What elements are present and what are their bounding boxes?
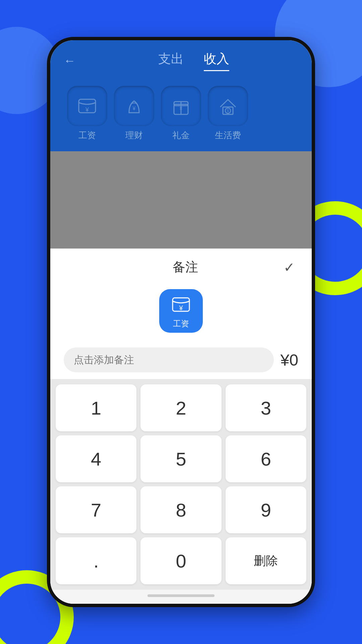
confirm-button[interactable]: ✓: [284, 260, 295, 275]
numpad: 1 2 3 4 5 6 7 8 9 . 0 删除: [50, 379, 312, 590]
bottom-panel: 备注 ✓ ¥ 工资 ¥0 1 2 3 4 5 6: [50, 249, 312, 604]
input-row: ¥0: [50, 341, 312, 379]
key-9[interactable]: 9: [226, 486, 306, 533]
category-item-living[interactable]: $ 生活费: [208, 86, 248, 141]
key-4[interactable]: 4: [56, 435, 136, 482]
svg-text:¥: ¥: [179, 106, 182, 111]
svg-text:¥: ¥: [85, 106, 89, 113]
selected-icon-label: 工资: [173, 318, 189, 329]
back-button[interactable]: ←: [64, 54, 76, 68]
category-label-living: 生活费: [215, 129, 241, 141]
key-7[interactable]: 7: [56, 486, 136, 533]
key-2[interactable]: 2: [140, 384, 221, 431]
category-icon-finance: ¥: [114, 86, 154, 126]
key-6[interactable]: 6: [226, 435, 306, 482]
selected-category-display: ¥ 工资: [50, 282, 312, 341]
category-icon-salary: ¥: [67, 86, 107, 126]
category-row: ¥ 工资 ¥ 理财: [64, 79, 298, 151]
key-0[interactable]: 0: [140, 537, 221, 584]
category-label-finance: 理财: [125, 129, 143, 141]
phone-frame: ← 支出 收入 ¥ 工资: [47, 37, 315, 607]
tab-group: 支出 收入: [89, 50, 298, 71]
app-header: ← 支出 收入 ¥ 工资: [50, 40, 312, 151]
remark-header: 备注 ✓: [50, 249, 312, 282]
category-item-finance[interactable]: ¥ 理财: [114, 86, 154, 141]
amount-display: ¥0: [281, 351, 298, 369]
key-1[interactable]: 1: [56, 384, 136, 431]
remark-input[interactable]: [64, 347, 274, 372]
home-bar: [147, 594, 215, 597]
key-5[interactable]: 5: [140, 435, 221, 482]
category-icon-gift: ¥: [161, 86, 201, 126]
key-8[interactable]: 8: [140, 486, 221, 533]
key-decimal[interactable]: .: [56, 537, 136, 584]
key-3[interactable]: 3: [226, 384, 306, 431]
gray-content-area: [50, 151, 312, 249]
home-indicator: [50, 590, 312, 604]
category-label-salary: 工资: [78, 129, 96, 141]
category-item-salary[interactable]: ¥ 工资: [67, 86, 107, 141]
category-item-gift[interactable]: ¥ 礼金: [161, 86, 201, 141]
remark-title: 备注: [87, 259, 284, 276]
category-icon-living: $: [208, 86, 248, 126]
svg-text:¥: ¥: [132, 106, 136, 111]
category-label-gift: 礼金: [172, 129, 190, 141]
svg-text:$: $: [227, 109, 229, 113]
key-delete[interactable]: 删除: [226, 537, 306, 584]
tab-expenditure[interactable]: 支出: [158, 50, 184, 71]
svg-text:¥: ¥: [179, 304, 183, 312]
selected-icon-wrap: ¥ 工资: [159, 289, 203, 333]
header-nav: ← 支出 收入: [64, 50, 298, 71]
tab-income[interactable]: 收入: [204, 50, 229, 71]
